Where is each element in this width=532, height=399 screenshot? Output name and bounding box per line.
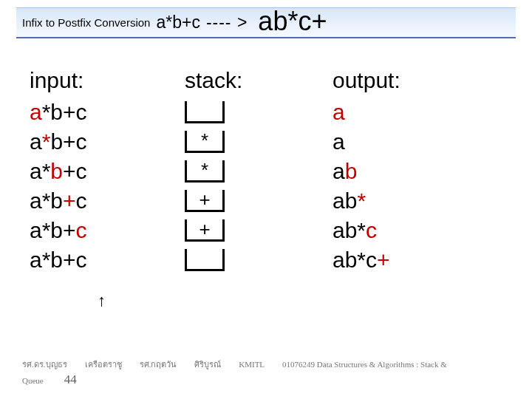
content-area: input: a*b+c a*b+c a*b+c a*b+c a*b+c a*b… xyxy=(0,68,532,275)
footer-inst: KMITL xyxy=(239,360,265,369)
stack-box xyxy=(185,101,225,123)
footer-author: ศิริบูรณ์ xyxy=(194,358,221,371)
stack-box: * xyxy=(185,131,225,153)
output-row: ab xyxy=(332,157,502,186)
output-row: a xyxy=(332,98,502,127)
footer-queue: Queue xyxy=(22,376,44,385)
title-bar: Infix to Postfix Conversion a*b+c ---- >… xyxy=(16,7,516,38)
footer-author: เครือตราชู xyxy=(85,358,122,371)
stack-row xyxy=(185,98,225,127)
stack-column: stack: * * + + xyxy=(185,68,332,275)
input-row: a*b+c xyxy=(30,98,185,127)
output-row: a xyxy=(332,127,502,157)
footer-author: รศ.กฤตวัน xyxy=(140,358,177,371)
input-row: a*b+c xyxy=(30,186,185,216)
input-heading: input: xyxy=(30,68,185,93)
stack-box xyxy=(185,249,225,271)
stack-row: * xyxy=(185,157,225,186)
stack-box: + xyxy=(185,219,225,242)
input-row: a*b+c xyxy=(30,157,185,186)
stack-box: + xyxy=(185,190,225,212)
title-arrow: ---- > xyxy=(206,13,248,33)
input-row: a*b+c xyxy=(30,216,185,245)
cursor-arrow-icon: ↑ xyxy=(98,291,106,310)
input-row: a*b+c xyxy=(30,127,185,157)
output-heading: output: xyxy=(332,68,502,93)
footer: รศ.ดร.บุญธร เครือตราชู รศ.กฤตวัน ศิริบูร… xyxy=(0,358,532,387)
stack-heading: stack: xyxy=(185,68,242,93)
output-row: ab*c+ xyxy=(332,245,502,275)
output-row: ab*c xyxy=(332,216,502,245)
title-expression: a*b+c xyxy=(156,13,200,33)
stack-row: * xyxy=(185,127,225,157)
stack-box: * xyxy=(185,160,225,183)
input-row: a*b+c xyxy=(30,245,185,275)
input-column: input: a*b+c a*b+c a*b+c a*b+c a*b+c a*b… xyxy=(30,68,185,275)
title-result: ab*c+ xyxy=(258,6,327,37)
page-number: 44 xyxy=(64,372,77,387)
output-column: output: a a ab ab* ab*c ab*c+ xyxy=(332,68,502,275)
footer-course: 01076249 Data Structures & Algorithms : … xyxy=(282,360,447,369)
stack-row: + xyxy=(185,216,225,245)
title-label: Infix to Postfix Conversion xyxy=(22,16,150,29)
footer-author: รศ.ดร.บุญธร xyxy=(22,358,67,371)
output-row: ab* xyxy=(332,186,502,216)
stack-row xyxy=(185,245,225,275)
stack-row: + xyxy=(185,186,225,216)
